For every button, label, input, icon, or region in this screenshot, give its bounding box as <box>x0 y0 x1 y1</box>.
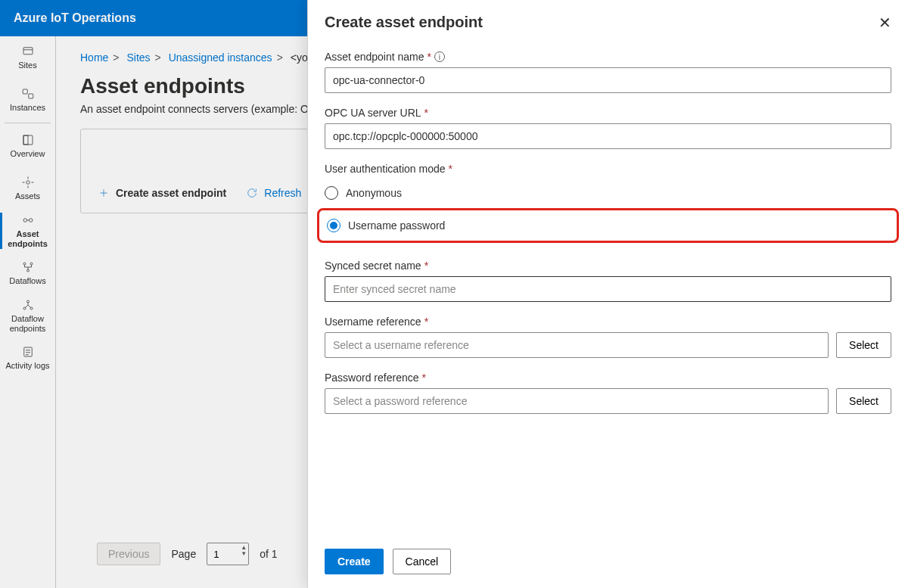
panel-footer: Create Cancel <box>308 538 908 588</box>
close-icon[interactable]: ✕ <box>878 15 891 30</box>
username-ref-select-button[interactable]: Select <box>836 332 891 358</box>
password-ref-select-button[interactable]: Select <box>836 388 891 414</box>
required-marker: * <box>424 260 428 272</box>
info-icon[interactable]: i <box>434 51 445 62</box>
field-server-url: OPC UA server URL * <box>325 107 891 149</box>
panel-body: Asset endpoint name * i OPC UA server UR… <box>308 36 908 538</box>
server-url-label: OPC UA server URL <box>325 107 421 119</box>
secret-name-label: Synced secret name <box>325 260 421 272</box>
auth-anonymous-option[interactable]: Anonymous <box>325 182 891 204</box>
field-username-ref: Username reference * Select <box>325 316 891 358</box>
required-marker: * <box>449 163 452 175</box>
field-secret-name: Synced secret name * <box>325 260 891 302</box>
auth-mode-radio-group: Anonymous Username password <box>325 179 891 246</box>
panel-title: Create asset endpoint <box>325 14 483 31</box>
auth-userpass-option[interactable]: Username password <box>327 215 889 236</box>
endpoint-name-input[interactable] <box>325 67 891 93</box>
auth-mode-label: User authentication mode <box>325 163 446 175</box>
secret-name-input[interactable] <box>325 276 891 302</box>
auth-anonymous-label: Anonymous <box>346 187 402 199</box>
field-endpoint-name: Asset endpoint name * i <box>325 51 891 93</box>
create-button[interactable]: Create <box>325 549 384 574</box>
username-ref-label: Username reference <box>325 316 421 328</box>
auth-userpass-radio[interactable] <box>327 219 340 232</box>
required-marker: * <box>428 51 431 63</box>
required-marker: * <box>424 316 428 328</box>
endpoint-name-label: Asset endpoint name <box>325 51 424 63</box>
password-ref-input[interactable] <box>325 388 829 414</box>
required-marker: * <box>424 107 428 119</box>
panel-header: Create asset endpoint ✕ <box>308 0 908 36</box>
create-endpoint-panel: Create asset endpoint ✕ Asset endpoint n… <box>307 0 908 588</box>
field-auth-mode: User authentication mode * Anonymous Use… <box>325 163 891 246</box>
required-marker: * <box>422 372 426 384</box>
auth-userpass-label: Username password <box>348 219 445 232</box>
server-url-input[interactable] <box>325 123 891 149</box>
cancel-button[interactable]: Cancel <box>393 549 452 574</box>
password-ref-label: Password reference <box>325 372 419 384</box>
field-password-ref: Password reference * Select <box>325 372 891 414</box>
highlight-userpass: Username password <box>317 208 899 243</box>
username-ref-input[interactable] <box>325 332 829 358</box>
auth-anonymous-radio[interactable] <box>325 186 338 200</box>
